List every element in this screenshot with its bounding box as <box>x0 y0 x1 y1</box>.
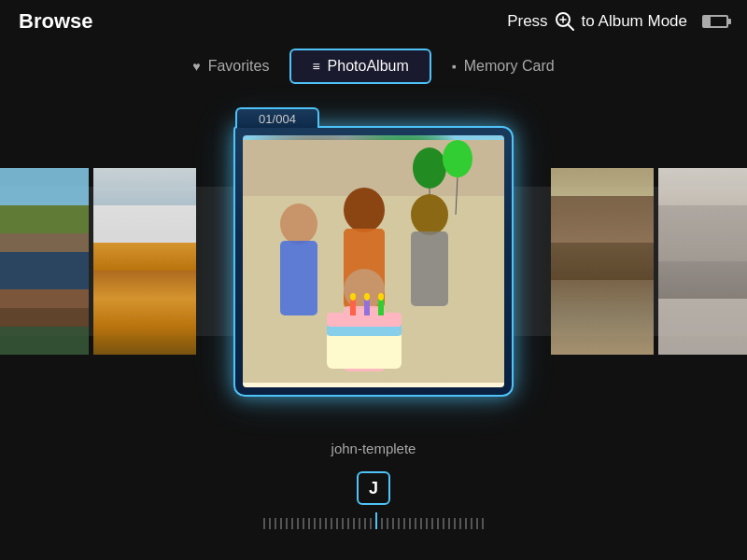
folder-shape: 01/004 <box>233 126 514 397</box>
timeline-tick <box>443 518 444 529</box>
china-gate-image <box>0 168 89 355</box>
timeline-tick <box>297 518 299 529</box>
timeline-tick <box>303 518 304 529</box>
album-name: john-templete <box>331 441 416 456</box>
timeline-tick <box>437 518 439 529</box>
svg-point-10 <box>280 203 317 245</box>
timeline-tick <box>471 518 472 529</box>
tabs-container: ♥ Favorites ≡ PhotoAlbum ▪ Memory Card <box>112 49 635 84</box>
timeline-tick <box>454 518 456 529</box>
svg-rect-18 <box>327 331 402 369</box>
thumbnail-right-1[interactable] <box>551 168 654 355</box>
tab-memorycard-label: Memory Card <box>464 58 555 75</box>
timeline-tick <box>415 518 416 529</box>
timeline-tick <box>409 518 411 529</box>
church-image <box>551 168 654 355</box>
svg-rect-23 <box>378 299 384 315</box>
svg-rect-22 <box>364 299 370 315</box>
header-controls: Press to Album Mode <box>507 10 728 33</box>
svg-rect-15 <box>411 231 448 306</box>
timeline-tick <box>375 512 377 529</box>
battery-fill <box>704 17 711 26</box>
svg-point-26 <box>378 293 384 301</box>
folder-tab: 01/004 <box>235 107 319 128</box>
tab-memorycard[interactable]: ▪ Memory Card <box>431 49 575 84</box>
svg-point-24 <box>350 293 356 301</box>
center-album[interactable]: 01/004 <box>233 126 514 397</box>
heart-icon: ♥ <box>192 59 200 74</box>
timeline-tick <box>482 518 484 529</box>
timeline-tick <box>359 518 360 529</box>
timeline-tick <box>291 518 293 529</box>
letter-indicator: J <box>0 471 747 529</box>
press-label: Press <box>507 12 547 31</box>
thumbnail-left-1[interactable] <box>0 168 89 355</box>
timeline-tick <box>420 518 422 529</box>
album-name-label: john-templete <box>0 441 747 456</box>
svg-point-6 <box>413 147 446 189</box>
main-content: 01/004 <box>0 93 747 429</box>
timeline-tick <box>336 518 338 529</box>
card-icon: ▪ <box>452 59 457 74</box>
timeline-tick <box>280 518 282 529</box>
timeline-tick <box>465 518 467 529</box>
svg-rect-11 <box>280 241 317 315</box>
timeline-tick <box>426 518 428 529</box>
timeline-tick <box>364 518 366 529</box>
tiger-image <box>93 168 196 355</box>
thumbnail-right-2[interactable] <box>658 168 747 355</box>
tab-favorites-label: Favorites <box>208 58 270 75</box>
timeline-tick <box>325 518 327 529</box>
tab-favorites[interactable]: ♥ Favorites <box>172 49 289 84</box>
browse-title: Browse <box>19 9 92 34</box>
header: Browse Press to Album Mode <box>0 0 747 43</box>
timeline-tick <box>286 518 288 529</box>
room-image <box>658 168 747 355</box>
svg-line-1 <box>568 24 573 30</box>
timeline-tick <box>308 518 310 529</box>
timeline-tick <box>347 518 349 529</box>
letter-badge: J <box>357 471 390 505</box>
battery-icon <box>702 15 728 28</box>
svg-point-14 <box>411 194 448 235</box>
timeline-tick <box>387 518 388 529</box>
timeline-tick <box>342 518 344 529</box>
timeline-tick <box>403 518 405 529</box>
timeline-tick <box>263 518 265 529</box>
timeline-tick <box>431 518 433 529</box>
timeline-tick <box>269 518 271 529</box>
timeline-tick <box>353 518 355 529</box>
svg-point-25 <box>364 293 370 301</box>
timeline-tick <box>314 518 316 529</box>
to-album-mode-label: to Album Mode <box>582 12 687 31</box>
timeline-tick <box>476 518 478 529</box>
tab-photoalbum[interactable]: ≡ PhotoAlbum <box>289 49 430 84</box>
timeline-tick <box>275 518 276 529</box>
timeline-tick <box>398 518 400 529</box>
folder-photo <box>243 135 504 387</box>
timeline-tick <box>381 518 383 529</box>
timeline-tick <box>370 518 372 529</box>
zoom-icon <box>554 10 576 33</box>
svg-point-12 <box>344 188 385 232</box>
album-counter: 01/004 <box>259 112 296 126</box>
birthday-photo <box>243 135 504 387</box>
svg-point-7 <box>443 140 472 177</box>
timeline-tick <box>331 518 332 529</box>
timeline-tick <box>392 518 394 529</box>
timeline-tick <box>448 518 450 529</box>
svg-rect-21 <box>350 299 356 315</box>
list-icon: ≡ <box>312 59 319 74</box>
timeline-tick <box>319 518 321 529</box>
timeline <box>245 511 502 529</box>
timeline-tick <box>459 518 461 529</box>
tab-photoalbum-label: PhotoAlbum <box>328 58 409 75</box>
thumbnail-left-2[interactable] <box>93 168 196 355</box>
